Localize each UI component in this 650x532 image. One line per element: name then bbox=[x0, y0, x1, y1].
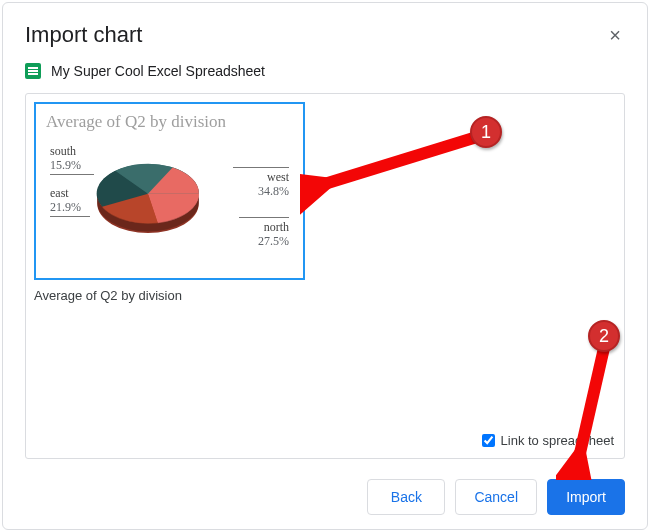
file-row: My Super Cool Excel Spreadsheet bbox=[25, 63, 625, 79]
slice-label-north: north 27.5% bbox=[258, 220, 289, 249]
import-button[interactable]: Import bbox=[547, 479, 625, 515]
link-to-spreadsheet-checkbox[interactable] bbox=[482, 434, 495, 447]
chart-thumbnail[interactable]: Average of Q2 by division south 15.9% ea… bbox=[34, 102, 305, 280]
back-button[interactable]: Back bbox=[367, 479, 445, 515]
pie-chart: south 15.9% east 21.9% west 34.8% north … bbox=[46, 138, 293, 268]
close-icon[interactable]: × bbox=[605, 21, 625, 49]
slice-label-west: west 34.8% bbox=[258, 170, 289, 199]
dialog-footer: Back Cancel Import bbox=[25, 471, 625, 515]
sheets-icon bbox=[25, 63, 41, 79]
link-to-spreadsheet-row[interactable]: Link to spreadsheet bbox=[478, 431, 614, 450]
dialog-header: Import chart × bbox=[25, 21, 625, 49]
import-chart-dialog: Import chart × My Super Cool Excel Sprea… bbox=[2, 2, 648, 530]
chart-title: Average of Q2 by division bbox=[46, 112, 293, 132]
dialog-title: Import chart bbox=[25, 22, 142, 48]
annotation-badge-1: 1 bbox=[470, 116, 502, 148]
file-name: My Super Cool Excel Spreadsheet bbox=[51, 63, 265, 79]
cancel-button[interactable]: Cancel bbox=[455, 479, 537, 515]
link-to-spreadsheet-label: Link to spreadsheet bbox=[501, 433, 614, 448]
chart-caption: Average of Q2 by division bbox=[34, 288, 616, 303]
slice-label-east: east 21.9% bbox=[50, 186, 81, 215]
pie-3d bbox=[86, 156, 210, 238]
slice-label-south: south 15.9% bbox=[50, 144, 81, 173]
chart-picker-area: Average of Q2 by division south 15.9% ea… bbox=[25, 93, 625, 459]
annotation-badge-2: 2 bbox=[588, 320, 620, 352]
